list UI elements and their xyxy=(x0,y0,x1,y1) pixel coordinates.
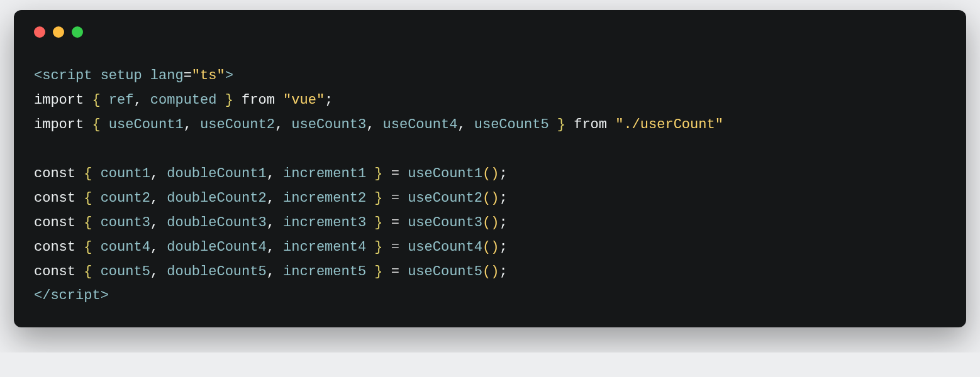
space xyxy=(75,239,84,255)
brace-close: } xyxy=(374,239,382,255)
equals: = xyxy=(391,264,399,280)
comma: , xyxy=(150,190,159,206)
equals: = xyxy=(184,68,192,84)
space xyxy=(549,117,557,133)
equals: = xyxy=(391,190,399,206)
semicolon: ; xyxy=(499,239,507,255)
comma: , xyxy=(457,117,465,133)
space xyxy=(275,190,283,206)
quote: " xyxy=(192,68,200,84)
comma: , xyxy=(267,215,275,231)
minimize-icon[interactable] xyxy=(53,26,64,38)
ident: count4 xyxy=(101,239,150,255)
comma: , xyxy=(267,239,275,255)
space xyxy=(92,190,100,206)
ident: doubleCount5 xyxy=(167,264,266,280)
brace-close: } xyxy=(374,215,382,231)
space xyxy=(75,215,84,231)
equals: = xyxy=(391,166,399,182)
zoom-icon[interactable] xyxy=(72,26,83,38)
fn-call: useCount1 xyxy=(408,166,482,182)
brace-open: { xyxy=(84,215,92,231)
space xyxy=(275,264,283,280)
space xyxy=(383,215,391,231)
parens: () xyxy=(482,166,499,182)
brace-open: { xyxy=(84,166,92,182)
quote: " xyxy=(715,117,723,133)
space xyxy=(101,117,109,133)
space xyxy=(366,166,374,182)
tag-close-bracket: > xyxy=(101,288,109,303)
module-name: ./userCount xyxy=(623,117,715,133)
brace-close: } xyxy=(557,117,565,133)
fn-call: useCount4 xyxy=(408,239,482,255)
comma: , xyxy=(150,239,159,255)
ident: count5 xyxy=(101,264,150,280)
space xyxy=(159,166,167,182)
brace-close: } xyxy=(225,92,233,108)
ident: count3 xyxy=(101,215,150,231)
space xyxy=(159,264,167,280)
parens: () xyxy=(482,264,499,280)
kw-from: from xyxy=(574,117,607,133)
quote: " xyxy=(316,92,325,108)
brace-close: } xyxy=(374,190,382,206)
space xyxy=(374,117,382,133)
kw-const: const xyxy=(34,239,75,255)
space xyxy=(233,92,242,108)
tag-open-bracket: < xyxy=(34,68,42,84)
kw-const: const xyxy=(34,166,75,182)
space xyxy=(142,92,150,108)
semicolon: ; xyxy=(499,166,507,182)
brace-open: { xyxy=(92,92,100,108)
space xyxy=(92,166,100,182)
space xyxy=(399,239,408,255)
space xyxy=(366,215,374,231)
comma: , xyxy=(275,117,283,133)
ident: increment5 xyxy=(283,264,366,280)
close-icon[interactable] xyxy=(34,26,45,38)
parens: () xyxy=(482,215,499,231)
brace-open: { xyxy=(84,264,92,280)
ident: count2 xyxy=(101,190,150,206)
space xyxy=(275,215,283,231)
attr-setup: setup xyxy=(101,68,142,84)
equals: = xyxy=(391,215,399,231)
tag-open-bracket: </ xyxy=(34,288,50,303)
brace-open: { xyxy=(84,239,92,255)
semicolon: ; xyxy=(499,215,507,231)
ident: useCount4 xyxy=(383,117,458,133)
space xyxy=(565,117,574,133)
space xyxy=(159,239,167,255)
ident: useCount3 xyxy=(291,117,366,133)
space xyxy=(216,92,225,108)
comma: , xyxy=(133,92,142,108)
parens: () xyxy=(482,190,499,206)
space xyxy=(399,264,408,280)
semicolon: ; xyxy=(499,190,507,206)
space xyxy=(84,92,92,108)
ident: doubleCount3 xyxy=(167,215,266,231)
attr-lang: lang xyxy=(150,68,184,84)
attr-value: ts xyxy=(200,68,216,84)
equals: = xyxy=(391,239,399,255)
kw-const: const xyxy=(34,264,75,280)
space xyxy=(275,239,283,255)
space xyxy=(383,190,391,206)
space xyxy=(101,92,109,108)
ident: doubleCount2 xyxy=(167,190,266,206)
space xyxy=(92,215,100,231)
space xyxy=(142,68,150,84)
code-window: <script setup lang="ts"> import { ref, c… xyxy=(14,10,966,327)
ident-ref: ref xyxy=(109,92,134,108)
fn-call: useCount2 xyxy=(408,190,482,206)
space xyxy=(84,117,92,133)
space xyxy=(275,92,283,108)
space xyxy=(607,117,615,133)
tag-name: script xyxy=(42,68,92,84)
ident: count1 xyxy=(101,166,150,182)
comma: , xyxy=(150,215,159,231)
space xyxy=(399,190,408,206)
fn-call: useCount5 xyxy=(408,264,482,280)
space xyxy=(192,117,200,133)
